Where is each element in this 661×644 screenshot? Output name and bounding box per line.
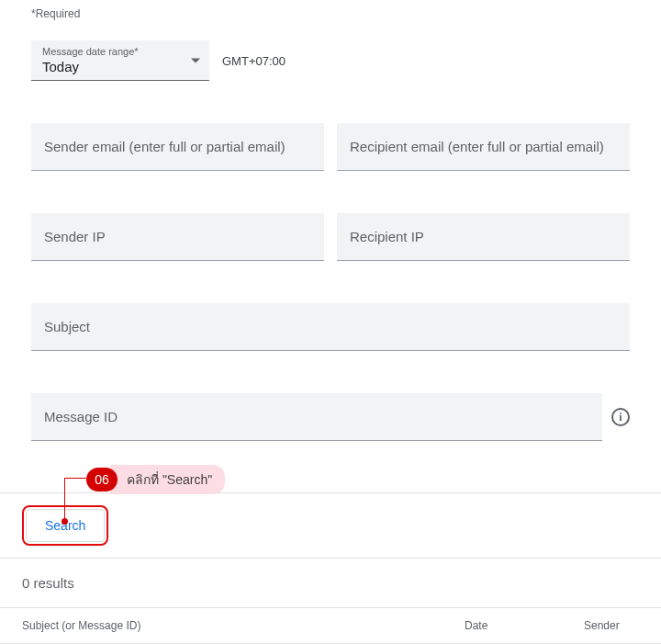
message-id-input[interactable] bbox=[31, 393, 602, 441]
subject-row bbox=[31, 303, 630, 351]
sender-ip-input[interactable] bbox=[31, 213, 324, 261]
date-range-label: Message date range* bbox=[42, 46, 200, 57]
leader-dot bbox=[62, 518, 68, 525]
recipient-ip-input[interactable] bbox=[337, 213, 630, 261]
email-row bbox=[31, 123, 630, 171]
required-label: *Required bbox=[31, 7, 630, 20]
date-range-select[interactable]: Message date range* Today bbox=[31, 40, 209, 81]
callout-text: คลิกที่ "Search" bbox=[110, 465, 225, 494]
results-table-header: Subject (or Message ID) Date Sender bbox=[0, 608, 661, 644]
message-id-row: i bbox=[31, 393, 630, 441]
action-bar: Search bbox=[0, 492, 661, 559]
timezone-label: GMT+07:00 bbox=[222, 54, 286, 68]
date-range-row: Message date range* Today GMT+07:00 bbox=[31, 40, 630, 81]
date-range-value: Today bbox=[42, 59, 200, 74]
recipient-email-input[interactable] bbox=[337, 123, 630, 171]
search-button[interactable]: Search bbox=[26, 509, 105, 542]
search-form: *Required Message date range* Today GMT+… bbox=[0, 0, 661, 458]
ip-row bbox=[31, 213, 630, 261]
callout-step-number: 06 bbox=[86, 468, 118, 491]
column-sender: Sender bbox=[584, 619, 639, 632]
chevron-down-icon bbox=[191, 58, 200, 62]
info-icon[interactable]: i bbox=[611, 408, 630, 426]
search-button-highlight: Search bbox=[22, 505, 108, 546]
callout-annotation: 06 คลิกที่ "Search" bbox=[31, 458, 661, 492]
subject-input[interactable] bbox=[31, 303, 630, 351]
leader-line bbox=[64, 478, 65, 521]
column-date: Date bbox=[465, 619, 584, 632]
column-subject: Subject (or Message ID) bbox=[22, 619, 465, 632]
results-count: 0 results bbox=[0, 559, 661, 608]
leader-line bbox=[64, 478, 86, 479]
sender-email-input[interactable] bbox=[31, 123, 324, 171]
